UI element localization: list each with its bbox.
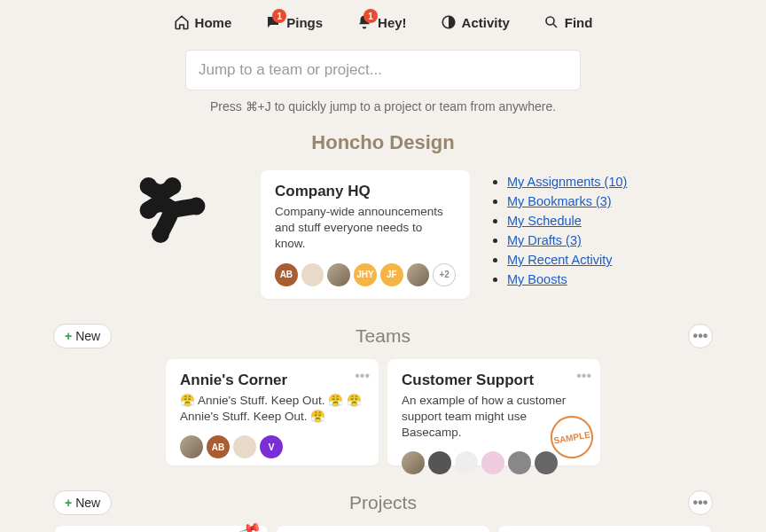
card-menu-icon[interactable]: ••• (355, 368, 370, 384)
new-label: New (75, 329, 100, 343)
nav-activity-label: Activity (462, 15, 510, 30)
nav-hey-label: Hey! (378, 15, 407, 30)
avatar (180, 435, 203, 458)
hey-badge: 1 (363, 9, 378, 23)
new-project-button[interactable]: + New (53, 490, 112, 515)
link-schedule[interactable]: My Schedule (507, 214, 582, 228)
nav-home[interactable]: Home (174, 14, 232, 30)
avatar: JF (380, 263, 403, 286)
pings-badge: 1 (272, 9, 286, 23)
card-title: Customer Support (402, 372, 586, 389)
card-title: Annie's Corner (180, 372, 364, 389)
avatar (535, 451, 558, 474)
project-card-basic-playground[interactable]: 📌 A Basic Playground (55, 526, 268, 532)
card-title: Company HQ (275, 183, 456, 200)
jump-input[interactable] (185, 50, 581, 90)
card-desc: 😤 Annie's Stuff. Keep Out. 😤 😤 Annie's S… (180, 393, 364, 425)
new-team-button[interactable]: + New (53, 324, 112, 348)
org-logo (98, 170, 239, 250)
avatar (233, 435, 256, 458)
avatar (327, 263, 350, 286)
team-card-annies-corner[interactable]: ••• Annie's Corner 😤 Annie's Stuff. Keep… (166, 359, 379, 466)
teams-more-menu[interactable]: ••• (688, 324, 713, 348)
home-icon (174, 14, 190, 30)
activity-icon (441, 14, 457, 30)
teams-heading: Teams (356, 325, 410, 347)
avatar: V (260, 435, 283, 458)
avatar-more: +2 (433, 263, 456, 286)
avatar (301, 263, 324, 286)
avatar: AB (275, 263, 298, 286)
org-title: Honcho Design (0, 131, 766, 154)
nav-home-label: Home (195, 15, 232, 30)
card-menu-icon[interactable]: ••• (576, 368, 591, 384)
quick-links: My Assignments (10) My Bookmarks (3) My … (491, 170, 668, 291)
new-label: New (75, 496, 100, 510)
project-card-example[interactable]: ••• Example (277, 526, 489, 532)
avatar (402, 451, 425, 474)
link-boosts[interactable]: My Boosts (507, 272, 567, 286)
team-card-customer-support[interactable]: ••• Customer Support An example of how a… (387, 359, 600, 466)
nav-find[interactable]: Find (543, 14, 593, 30)
avatar (455, 451, 478, 474)
avatar (428, 451, 451, 474)
avatar (407, 263, 430, 286)
project-card-honcho-newsroom[interactable]: ••• Honcho Design Newsroom (498, 526, 711, 532)
company-hq-card[interactable]: Company HQ Company-wide announcements an… (261, 170, 470, 299)
search-icon (543, 14, 559, 30)
avatar (508, 451, 531, 474)
link-recent-activity[interactable]: My Recent Activity (507, 253, 612, 267)
card-desc: Company-wide announcements and stuff eve… (275, 204, 456, 253)
projects-heading: Projects (349, 492, 417, 513)
avatar (481, 451, 504, 474)
nav-pings-label: Pings (286, 15, 323, 30)
svg-point-1 (546, 17, 554, 25)
avatar: JHY (354, 263, 377, 286)
nav-hey[interactable]: 1 Hey! (356, 14, 407, 30)
nav-find-label: Find (565, 15, 593, 30)
plus-icon: + (65, 496, 72, 510)
link-drafts[interactable]: My Drafts (3) (507, 233, 582, 247)
link-assignments[interactable]: My Assignments (10) (507, 175, 627, 189)
nav-pings[interactable]: 1 Pings (265, 14, 323, 30)
link-bookmarks[interactable]: My Bookmarks (3) (507, 194, 612, 208)
nav-activity[interactable]: Activity (441, 14, 510, 30)
plus-icon: + (65, 329, 72, 343)
avatar: AB (207, 435, 230, 458)
pin-icon: 📌 (238, 517, 262, 532)
search-hint: Press ⌘+J to quickly jump to a project o… (210, 99, 556, 113)
projects-more-menu[interactable]: ••• (688, 490, 713, 515)
